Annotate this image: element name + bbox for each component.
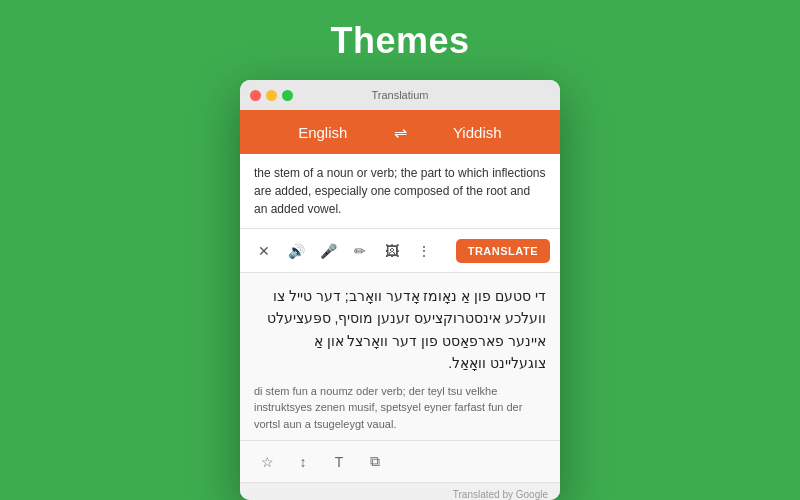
attribution-text: Translated by Google <box>453 489 548 500</box>
source-language[interactable]: English <box>260 124 386 141</box>
result-transliteration: di stem fun a noumz oder verb; der teyl … <box>254 383 546 433</box>
target-language[interactable]: Yiddish <box>415 124 541 141</box>
maximize-button[interactable] <box>282 90 293 101</box>
image-button[interactable]: 🖼 <box>378 237 406 265</box>
close-button[interactable] <box>250 90 261 101</box>
text-format-button[interactable]: T <box>326 449 352 475</box>
clear-button[interactable]: ✕ <box>250 237 278 265</box>
title-bar: Translatium <box>240 80 560 110</box>
microphone-button[interactable]: 🎤 <box>314 237 342 265</box>
copy-button[interactable]: ⧉ <box>362 449 388 475</box>
minimize-button[interactable] <box>266 90 277 101</box>
font-size-button[interactable]: ↕ <box>290 449 316 475</box>
attribution-bar: Translated by Google <box>240 483 560 500</box>
speaker-button[interactable]: 🔊 <box>282 237 310 265</box>
translate-button[interactable]: TRANSLATE <box>456 239 550 263</box>
action-bar: ☆ ↕ T ⧉ <box>240 441 560 483</box>
page-title: Themes <box>330 20 469 62</box>
handwriting-button[interactable]: ✏ <box>346 237 374 265</box>
traffic-lights <box>250 90 293 101</box>
toolbar: ✕ 🔊 🎤 ✏ 🖼 ⋮ TRANSLATE <box>240 229 560 273</box>
favorite-button[interactable]: ☆ <box>254 449 280 475</box>
language-bar: English ⇌ Yiddish <box>240 110 560 154</box>
app-name: Translatium <box>371 89 428 101</box>
source-text: the stem of a noun or verb; the part to … <box>254 164 546 218</box>
more-button[interactable]: ⋮ <box>410 237 438 265</box>
result-area: די סטעם פון אַ נאָומז אָדער וואָרב; דער … <box>240 273 560 441</box>
result-main-text: די סטעם פון אַ נאָומז אָדער וואָרב; דער … <box>254 285 546 375</box>
app-window: Translatium English ⇌ Yiddish the stem o… <box>240 80 560 500</box>
swap-languages-button[interactable]: ⇌ <box>386 123 415 142</box>
source-text-area[interactable]: the stem of a noun or verb; the part to … <box>240 154 560 229</box>
